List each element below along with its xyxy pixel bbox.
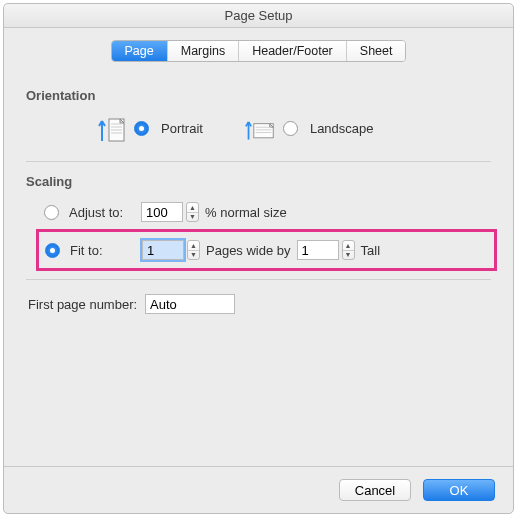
cancel-button[interactable]: Cancel (339, 479, 411, 501)
fit-wide-input[interactable] (142, 240, 184, 260)
orientation-heading: Orientation (26, 88, 491, 103)
adjust-to-input[interactable] (141, 202, 183, 222)
scaling-heading: Scaling (26, 174, 491, 189)
fit-tall-spinner: ▲▼ (297, 240, 355, 260)
adjust-to-stepper[interactable]: ▲▼ (186, 202, 199, 222)
first-page-row: First page number: (28, 294, 491, 314)
dialog-content: Orientation Portrait (4, 68, 513, 466)
divider-2 (26, 279, 491, 280)
tall-label: Tall (361, 243, 381, 258)
orientation-row: Portrait Landscape (96, 113, 491, 143)
tab-bar: Page Margins Header/Footer Sheet (4, 40, 513, 62)
normal-size-label: % normal size (205, 205, 287, 220)
portrait-radio[interactable] (134, 121, 149, 136)
adjust-to-row: Adjust to: ▲▼ % normal size (44, 199, 491, 225)
landscape-label: Landscape (310, 121, 374, 136)
fit-wide-spinner: ▲▼ (142, 240, 200, 260)
first-page-label: First page number: (28, 297, 137, 312)
fit-tall-input[interactable] (297, 240, 339, 260)
fit-to-highlight: Fit to: ▲▼ Pages wide by ▲▼ Tall (36, 229, 497, 271)
fit-to-radio[interactable] (45, 243, 60, 258)
pages-wide-by-label: Pages wide by (206, 243, 291, 258)
dialog-footer: Cancel OK (4, 466, 513, 513)
adjust-to-spinner: ▲▼ (141, 202, 199, 222)
adjust-to-radio[interactable] (44, 205, 59, 220)
tab-header-footer[interactable]: Header/Footer (239, 41, 347, 61)
tab-sheet[interactable]: Sheet (347, 41, 406, 61)
fit-tall-stepper[interactable]: ▲▼ (342, 240, 355, 260)
tab-page[interactable]: Page (112, 41, 168, 61)
page-setup-dialog: Page Setup Page Margins Header/Footer Sh… (3, 3, 514, 514)
ok-button[interactable]: OK (423, 479, 495, 501)
tab-margins[interactable]: Margins (168, 41, 239, 61)
portrait-label: Portrait (161, 121, 203, 136)
fit-wide-stepper[interactable]: ▲▼ (187, 240, 200, 260)
first-page-input[interactable] (145, 294, 235, 314)
landscape-radio[interactable] (283, 121, 298, 136)
portrait-icon (96, 113, 126, 143)
landscape-icon (245, 113, 275, 143)
adjust-to-label: Adjust to: (69, 205, 135, 220)
divider (26, 161, 491, 162)
window-title: Page Setup (4, 4, 513, 28)
segmented-control: Page Margins Header/Footer Sheet (111, 40, 407, 62)
fit-to-label: Fit to: (70, 243, 136, 258)
